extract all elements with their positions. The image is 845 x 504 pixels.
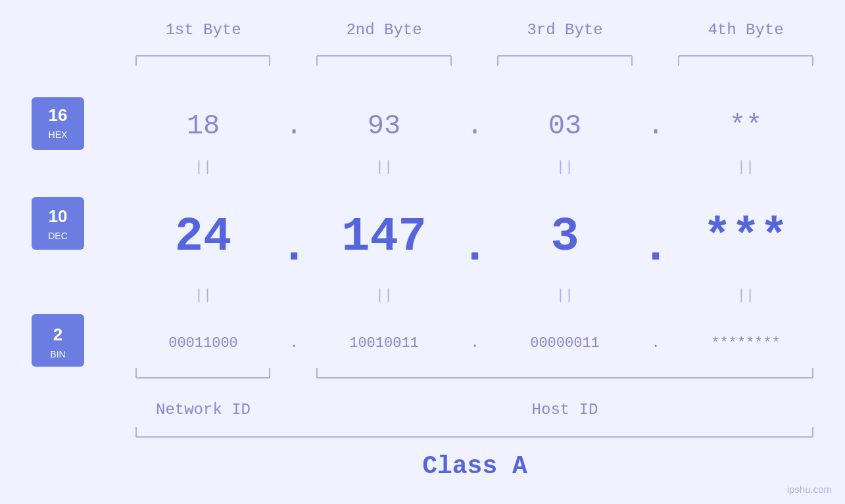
bin-dot-3: . bbox=[651, 335, 660, 352]
dec-dot-3: . bbox=[641, 220, 669, 274]
ip-diagram: 1st Byte 2nd Byte 3rd Byte 4th Byte 16 H… bbox=[0, 0, 845, 504]
hex-badge-label: HEX bbox=[49, 129, 68, 140]
eq-1-b3: || bbox=[556, 159, 573, 175]
bin-b3: 00000011 bbox=[530, 335, 600, 352]
dec-b3: 3 bbox=[550, 210, 579, 264]
bin-badge-number: 2 bbox=[53, 325, 62, 344]
hex-b2: 93 bbox=[368, 110, 400, 142]
hex-b4: ** bbox=[729, 110, 762, 142]
eq-2-b3: || bbox=[556, 287, 573, 304]
hex-b3: 03 bbox=[548, 110, 581, 142]
eq-2-b2: || bbox=[375, 287, 393, 304]
bin-b1: 00011000 bbox=[168, 335, 238, 352]
hex-b1: 18 bbox=[187, 110, 220, 142]
bin-b2: 10010011 bbox=[349, 335, 419, 352]
dec-dot-1: . bbox=[279, 220, 308, 274]
dec-dot-2: . bbox=[460, 220, 489, 274]
byte-label-4: 4th Byte bbox=[708, 21, 783, 39]
bin-b4: ******** bbox=[711, 335, 781, 352]
hex-badge-number: 16 bbox=[49, 105, 68, 125]
dec-b2: 147 bbox=[341, 210, 427, 264]
hex-dot-3: . bbox=[647, 110, 664, 142]
dec-b4: *** bbox=[703, 210, 788, 264]
page-container: 1st Byte 2nd Byte 3rd Byte 4th Byte 16 H… bbox=[0, 0, 845, 504]
network-id-label: Network ID bbox=[156, 401, 251, 419]
dec-badge-number: 10 bbox=[49, 206, 68, 226]
bin-dot-1: . bbox=[289, 335, 298, 352]
hex-dot-2: . bbox=[466, 110, 483, 142]
class-label: Class A bbox=[422, 452, 527, 480]
byte-label-3: 3rd Byte bbox=[527, 21, 602, 39]
dec-b1: 24 bbox=[175, 210, 231, 264]
eq-1-b1: || bbox=[195, 159, 212, 175]
byte-label-2: 2nd Byte bbox=[346, 21, 422, 39]
bin-dot-2: . bbox=[470, 335, 479, 352]
dec-badge-label: DEC bbox=[48, 231, 68, 241]
eq-2-b1: || bbox=[195, 287, 212, 304]
byte-label-1: 1st Byte bbox=[165, 21, 241, 39]
host-id-label: Host ID bbox=[532, 401, 598, 419]
bin-badge-label: BIN bbox=[50, 349, 65, 359]
hex-dot-1: . bbox=[285, 110, 302, 142]
eq-2-b4: || bbox=[737, 287, 754, 304]
eq-1-b2: || bbox=[375, 159, 393, 175]
watermark: ipshu.com bbox=[787, 484, 832, 495]
eq-1-b4: || bbox=[737, 159, 754, 175]
